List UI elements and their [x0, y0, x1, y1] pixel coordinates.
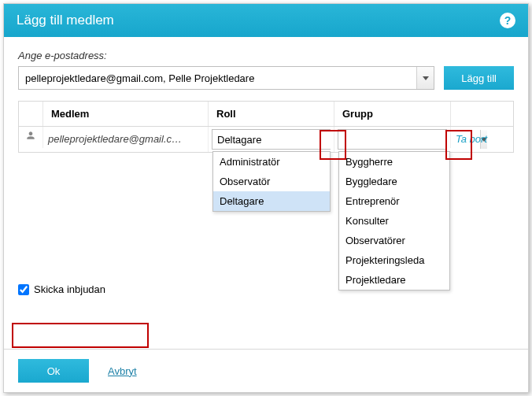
email-row: Lägg till — [18, 66, 514, 90]
email-input[interactable] — [19, 67, 416, 89]
role-cell: AdministratörObservatörDeltagare — [208, 127, 334, 152]
dialog-titlebar: Lägg till medlem ? — [4, 4, 528, 37]
group-option[interactable]: Projektledare — [339, 270, 449, 290]
role-dropdown-panel[interactable]: AdministratörObservatörDeltagare — [212, 151, 331, 212]
dialog-title: Lägg till medlem — [17, 13, 500, 28]
dialog-body: Ange e-postadress: Lägg till Medlem Roll… — [4, 37, 528, 349]
send-invite-row[interactable]: Skicka inbjudan — [18, 283, 105, 295]
action-cell: Ta bort — [450, 127, 513, 148]
send-invite-checkbox[interactable] — [18, 284, 29, 295]
email-dropdown-button[interactable] — [416, 67, 434, 89]
group-dropdown-panel[interactable]: ByggherreByggledareEntreprenörKonsulterO… — [338, 151, 450, 291]
table-header-row: Medlem Roll Grupp — [19, 102, 513, 127]
role-option[interactable]: Administratör — [213, 152, 330, 172]
group-option[interactable]: Observatörer — [339, 231, 449, 250]
help-icon[interactable]: ? — [500, 13, 515, 28]
ok-button[interactable]: Ok — [18, 359, 89, 383]
send-invite-label: Skicka inbjudan — [34, 283, 105, 295]
table-header-actions — [450, 102, 513, 126]
group-cell: ByggherreByggledareEntreprenörKonsulterO… — [334, 127, 450, 152]
add-button[interactable]: Lägg till — [444, 66, 514, 90]
table-header-icon — [19, 102, 42, 126]
group-option[interactable]: Projekteringsleda — [339, 250, 449, 270]
role-option[interactable]: Observatör — [213, 172, 330, 191]
email-label: Ange e-postadress: — [18, 50, 514, 61]
person-icon — [25, 130, 36, 143]
members-table: Medlem Roll Grupp pelleprojektledare@gma… — [18, 101, 514, 153]
group-option[interactable]: Byggherre — [339, 152, 449, 172]
add-member-dialog: Lägg till medlem ? Ange e-postadress: Lä… — [3, 3, 529, 393]
table-header-member: Medlem — [42, 102, 208, 126]
role-combo[interactable]: AdministratörObservatörDeltagare — [212, 129, 331, 150]
role-input[interactable] — [212, 130, 354, 149]
group-combo[interactable]: ByggherreByggledareEntreprenörKonsulterO… — [338, 129, 447, 150]
table-row: pelleprojektledare@gmail.c… Administratö… — [19, 127, 513, 152]
chevron-down-icon — [423, 76, 429, 80]
dialog-footer: Ok Avbryt — [4, 349, 528, 392]
email-combo[interactable] — [18, 66, 434, 90]
member-cell: pelleprojektledare@gmail.c… — [42, 127, 208, 148]
remove-link[interactable]: Ta bort — [456, 133, 487, 145]
table-header-group: Grupp — [334, 102, 450, 126]
table-header-role: Roll — [208, 102, 334, 126]
group-option[interactable]: Byggledare — [339, 172, 449, 191]
group-option[interactable]: Entreprenör — [339, 191, 449, 211]
row-icon-cell — [19, 127, 42, 146]
group-option[interactable]: Konsulter — [339, 211, 449, 231]
role-option[interactable]: Deltagare — [213, 191, 330, 211]
cancel-link[interactable]: Avbryt — [108, 365, 137, 377]
